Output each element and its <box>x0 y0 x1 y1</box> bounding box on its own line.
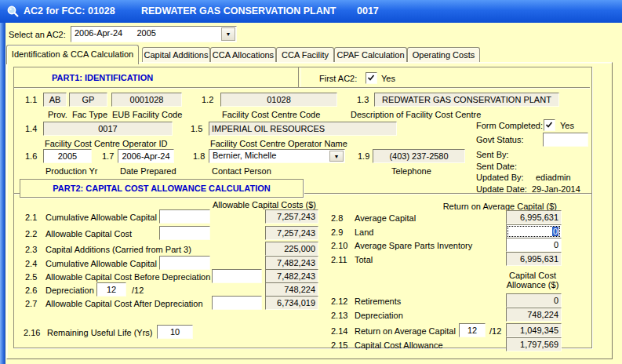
row-number: 2.6 <box>25 286 37 295</box>
row-number: 2.16 <box>24 328 40 337</box>
fac-type-field: GP <box>69 93 107 107</box>
tab-operating-costs[interactable]: Operating Costs <box>407 47 480 63</box>
first-ac2-checkbox[interactable] <box>366 72 377 84</box>
tab-cca-facility[interactable]: CCA Facility <box>276 47 334 63</box>
govt-status-label: Govt Status: <box>476 135 524 144</box>
land-input-selected-text: 0 <box>552 227 558 236</box>
allowable-capital-before-depr-input[interactable] <box>212 269 262 283</box>
telephone-field: (403) 237-2580 <box>373 149 465 163</box>
row-number: 2.10 <box>331 241 347 250</box>
row-number: 2.12 <box>331 297 347 306</box>
description-facility-cost-centre-field: REDWATER GAS CONSERVATION PLANT <box>374 93 559 107</box>
row-number: 2.4 <box>25 259 37 268</box>
tab-cpaf-calculation[interactable]: CPAF Calculation <box>334 47 407 63</box>
row-label: Cumulative Allowable Capital <box>45 213 157 222</box>
fac-type-label: Fac Type <box>72 110 107 119</box>
check-icon <box>545 121 553 129</box>
capital-cost-allowance-header-line2: Allowance ($) <box>493 280 572 289</box>
months-suffix: /12 <box>132 286 144 295</box>
row-label: Remaining Useful Life (Yrs) <box>47 328 153 337</box>
facility-cost-centre-code-label: Facility Cost Centre Code <box>222 110 320 119</box>
tab-cca-allocations[interactable]: CCA Allocations <box>210 47 276 63</box>
updated-by-value: ediadmin <box>536 173 571 182</box>
field-number: 1.3 <box>357 95 369 104</box>
allowable-capital-cost-value: 7,257,243 <box>265 226 318 240</box>
titlebar-operator-code: 0017 <box>357 5 379 16</box>
allowable-capital-after-depr-input[interactable] <box>212 296 262 310</box>
part1-header-divider <box>298 67 301 87</box>
check-icon <box>367 74 375 82</box>
row-label: Capital Cost Allowance <box>355 340 443 350</box>
titlebar-app-title: AC2 for FCC: 01028 <box>24 5 115 16</box>
ac2-select-value: 2006-Apr-24 2005 <box>75 28 156 38</box>
depreciation-months-input[interactable]: 12 <box>96 282 126 297</box>
row-label: Allowable Capital Cost Before Depreciati… <box>45 272 210 282</box>
titlebar-plant-name: REDWATER GAS CONSERVATION PLANT <box>141 5 336 16</box>
average-spare-parts-inventory-input[interactable]: 0 <box>506 238 562 252</box>
depreciation-allowance-value: 748,224 <box>506 308 562 322</box>
row-number: 2.8 <box>331 213 343 223</box>
part1-title: PART1: IDENTIFICATION <box>52 73 153 82</box>
select-ac2-label: Select an AC2: <box>9 30 66 39</box>
facility-cost-centre-code-field: 01028 <box>220 93 337 107</box>
dropdown-arrow-icon[interactable]: ▼ <box>329 151 344 162</box>
field-number: 1.6 <box>25 151 37 161</box>
app-window: AC2 for FCC: 01028 REDWATER GAS CONSERVA… <box>0 0 622 364</box>
row-number: 2.5 <box>25 272 37 282</box>
return-on-average-capital-value: 1,049,345 <box>506 323 562 337</box>
form-completed-checkbox[interactable] <box>544 119 555 131</box>
sent-by-label: Sent By: <box>476 150 509 159</box>
row-number: 2.1 <box>25 213 37 222</box>
row-number: 2.14 <box>331 326 347 336</box>
contact-person-select[interactable]: Bernier, Michelle ▼ <box>209 149 345 163</box>
production-yr-label: Production Yr <box>45 166 97 176</box>
row-number: 2.9 <box>331 228 343 237</box>
average-capital-value: 6,995,631 <box>506 210 562 224</box>
remaining-useful-life-input[interactable]: 10 <box>157 325 193 339</box>
allowable-capital-costs-column-header: Allowable Capital Costs ($) <box>191 200 316 209</box>
contact-person-value: Bernier, Michelle <box>213 151 276 160</box>
allowable-capital-before-depr-value: 7,482,243 <box>265 269 318 283</box>
capital-additions-value: 225,000 <box>265 242 318 256</box>
land-input[interactable]: 0 <box>506 224 562 238</box>
cumulative-allowable-capital-input[interactable] <box>159 209 210 224</box>
form-completed-value: Yes <box>560 121 574 130</box>
tab-capital-additions[interactable]: Capital Additions <box>142 47 210 63</box>
govt-status-input[interactable] <box>543 133 588 147</box>
row-number: 2.15 <box>331 340 347 350</box>
row-number: 2.11 <box>331 255 347 264</box>
production-yr-input[interactable]: 2005 <box>43 149 92 163</box>
allowable-capital-cost-input[interactable] <box>159 226 210 240</box>
part2-header-cell: PART2: CAPITAL COST ALLOWANCE CALCULATIO… <box>20 179 304 198</box>
field-number: 1.7 <box>102 151 114 161</box>
row-label: Cumulative Allowable Capital <box>45 259 157 268</box>
row-label: Total <box>355 255 373 264</box>
row-number: 2.2 <box>25 229 37 238</box>
field-number: 1.1 <box>25 95 37 104</box>
row-label: Depreciation <box>45 286 94 295</box>
date-prepared-input[interactable]: 2006-Apr-24 <box>118 149 174 163</box>
tab-identification-cca-calculation[interactable]: Identification & CCA Calculation <box>6 45 139 64</box>
operator-id-field: 0017 <box>43 122 173 136</box>
titlebar: AC2 for FCC: 01028 REDWATER GAS CONSERVA… <box>0 0 622 23</box>
form-completed-label: Form Completed: <box>476 121 543 130</box>
ac2-select[interactable]: 2006-Apr-24 2005 ▼ <box>71 26 237 42</box>
magnifier-icon <box>6 5 20 21</box>
months-suffix: /12 <box>489 326 501 336</box>
operator-name-label: Facility Cost Centre Operator Name <box>210 139 347 148</box>
operator-id-label: Facility Cost Centre Operator ID <box>45 139 168 148</box>
cumulative-allowable-capital-value: 7,257,243 <box>265 209 318 224</box>
updated-by-label: Updated By: <box>476 173 524 182</box>
row-number: 2.7 <box>25 299 37 308</box>
return-on-average-capital-months-input[interactable]: 12 <box>459 323 486 337</box>
cumulative-allowable-capital2-input[interactable] <box>159 256 210 270</box>
row-label: Capital Additions (Carried from Part 3) <box>45 245 191 254</box>
row-label: Allowable Capital Cost <box>45 229 132 238</box>
contact-person-label: Contact Person <box>212 166 271 176</box>
total-value: 6,995,631 <box>506 252 562 266</box>
first-ac2-value: Yes <box>381 74 395 83</box>
row-label: Average Spare Parts Inventory <box>355 241 472 250</box>
row-number: 2.3 <box>25 245 37 254</box>
row-label: Land <box>355 228 373 237</box>
dropdown-arrow-icon[interactable]: ▼ <box>221 27 235 41</box>
